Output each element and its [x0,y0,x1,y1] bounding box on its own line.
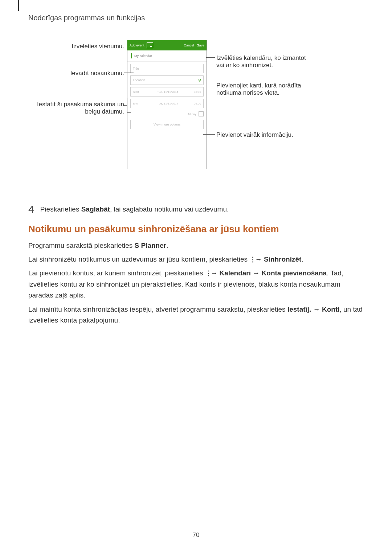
callout-set-dates: Iestatīt šī pasākuma sākuma un beigu dat… [37,101,124,115]
calendar-name: My calendar [134,54,152,58]
leader-line [124,105,127,106]
leader-line [124,73,134,73]
step-number: 4 [28,203,34,216]
leader-line [206,57,215,58]
callout-enter-name: Ievadīt nosaukumu. [70,70,124,77]
calendar-color-indicator [131,53,132,58]
more-options-icon: ⋮ [205,268,209,279]
view-more-button[interactable]: View more options [130,120,204,129]
end-time: 09:00 [188,102,203,105]
start-date: Tue, 11/11/2014 [147,90,188,94]
page-header: Noderīgas programmas un funkcijas [28,14,145,22]
step-text: Pieskarieties Saglabāt, lai saglabātu no… [40,205,229,213]
start-time: 08:00 [188,90,203,94]
start-label: Start [131,90,147,94]
phone-titlebar: Add event Cancel Save [127,40,207,50]
location-input[interactable]: Location ⚲ [130,75,204,85]
end-datetime[interactable]: End Tue, 11/11/2014 09:00 [130,99,204,108]
end-label: End [131,102,147,105]
cancel-button[interactable]: Cancel [184,44,194,47]
paragraph-3: Lai pievienotu kontus, ar kuriem sinhron… [28,268,364,301]
leader-line [203,134,215,135]
leader-line [127,98,131,98]
add-event-label: Add event [130,44,144,47]
view-more-label: View more options [154,123,180,126]
leader-line [127,98,127,112]
save-button[interactable]: Save [197,44,204,47]
start-datetime[interactable]: Start Tue, 11/11/2014 08:00 [130,87,204,97]
leader-line [127,112,131,113]
callout-select-item: Izvēlēties vienumu. [72,43,124,50]
chevron-down-icon[interactable] [147,42,153,48]
callout-add-map: Pievienojiet karti, kurā norādīta notiku… [216,82,301,97]
diagram-area: Add event Cancel Save My calendar Title … [28,40,364,178]
phone-mock: Add event Cancel Save My calendar Title … [127,40,207,169]
calendar-selector[interactable]: My calendar [127,50,207,62]
allday-row: All day [130,110,204,118]
paragraph-2: Lai sinhronizētu notikumus un uzdevumus … [28,254,364,265]
allday-label: All day [188,112,196,116]
step-4: 4 Pieskarieties Saglabāt, lai saglabātu … [28,203,229,216]
header-divider [18,0,19,11]
leader-line [124,46,131,46]
allday-checkbox[interactable] [199,111,204,116]
callout-add-info: Pievienot vairāk informāciju. [216,131,293,139]
end-date: Tue, 11/11/2014 [147,102,188,105]
title-input[interactable]: Title [130,64,204,73]
more-options-icon: ⋮ [249,254,253,265]
callout-select-calendar: Izvēlēties kalendāru, ko izmantot vai ar… [216,54,306,69]
paragraph-4: Lai mainītu konta sinhronizācijas iespēj… [28,304,364,326]
leader-line [202,85,215,85]
page-number: 70 [0,532,392,539]
paragraph-1: Programmu sarakstā pieskarieties S Plann… [28,240,364,251]
title-placeholder: Title [133,67,139,70]
section-title: Notikumu un pasākumu sinhronizēšana ar j… [28,223,279,235]
location-placeholder: Location [133,78,145,82]
location-pin-icon[interactable]: ⚲ [198,78,201,83]
